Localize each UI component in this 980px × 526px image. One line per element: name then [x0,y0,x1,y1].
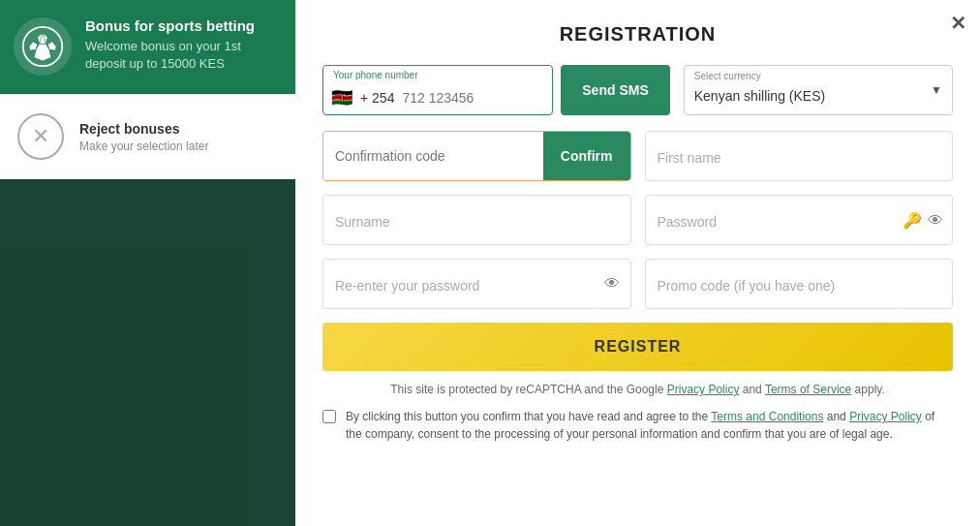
registration-modal: ✕ REGISTRATION Your phone number 🇰🇪 + 25… [295,0,980,526]
reenter-password-field: 👁 [322,259,631,309]
confirmation-firstname-row: Confirm [322,131,953,181]
promo-code-input[interactable] [645,259,954,309]
confirm-button[interactable]: Confirm [543,132,630,180]
currency-wrap: Select currency Kenyan shilling (KES) US… [684,65,953,115]
register-button[interactable]: REGISTER [322,323,953,371]
modal-title: REGISTRATION [322,23,953,46]
send-sms-button[interactable]: Send SMS [561,65,669,115]
captcha-apply: apply. [855,383,885,396]
surname-input[interactable] [322,195,631,245]
phone-currency-row: Your phone number 🇰🇪 + 254 Send SMS Sele… [322,65,953,115]
reenter-password-input[interactable] [322,259,631,309]
surname-field [322,195,631,245]
bonus-card[interactable]: Bonus for sports betting Welcome bonus o… [0,0,295,94]
privacy-policy-link[interactable]: Privacy Policy [667,383,740,396]
captcha-notice: This site is protected by reCAPTCHA and … [322,383,953,396]
terms-privacy-link[interactable]: Privacy Policy [849,410,922,423]
surname-password-row: 🔑 👁 [322,195,953,245]
bonus-text: Bonus for sports betting Welcome bonus o… [85,17,282,73]
terms-row: By clicking this button you confirm that… [322,408,953,443]
bonus-description: Welcome bonus on your 1st deposit up to … [85,38,282,73]
phone-label: Your phone number [333,70,417,80]
captcha-and: and [743,383,762,396]
reject-card[interactable]: ✕ Reject bonuses Make your selection lat… [0,94,295,179]
captcha-text: This site is protected by reCAPTCHA and … [390,383,663,396]
promo-code-field [645,259,954,309]
bonus-title: Bonus for sports betting [85,17,282,34]
eye-slash-icon[interactable]: 👁 [928,211,943,229]
password-field: 🔑 👁 [645,195,954,245]
terms-conditions-link[interactable]: Terms and Conditions [711,410,823,423]
phone-input[interactable] [398,71,552,109]
reject-subtitle: Make your selection later [79,139,208,153]
terms-text-start: By clicking this button you confirm that… [346,410,708,423]
x-circle-icon: ✕ [17,113,64,160]
terms-and: and [827,410,846,423]
sidebar: Bonus for sports betting Welcome bonus o… [0,0,295,526]
reject-title: Reject bonuses [79,121,208,137]
svg-marker-1 [38,33,48,44]
eye-icon[interactable]: 👁 [604,275,620,293]
key-icon[interactable]: 🔑 [903,211,922,230]
confirmation-input[interactable] [323,132,543,180]
soccer-ball-icon [14,17,72,76]
firstname-field [645,131,954,181]
password-icons: 🔑 👁 [903,211,943,230]
terms-text: By clicking this button you confirm that… [346,408,953,443]
close-button[interactable]: ✕ [950,12,966,35]
confirmation-wrap: Confirm [322,131,631,181]
reject-text: Reject bonuses Make your selection later [79,121,208,153]
terms-checkbox[interactable] [322,410,336,423]
terms-of-service-link[interactable]: Terms of Service [765,383,851,396]
phone-field-wrap: Your phone number 🇰🇪 + 254 [322,65,553,115]
confirmation-field: Confirm [322,131,631,181]
currency-label: Select currency [694,71,761,81]
firstname-input[interactable] [645,131,954,181]
reenter-promo-row: 👁 [322,259,953,309]
